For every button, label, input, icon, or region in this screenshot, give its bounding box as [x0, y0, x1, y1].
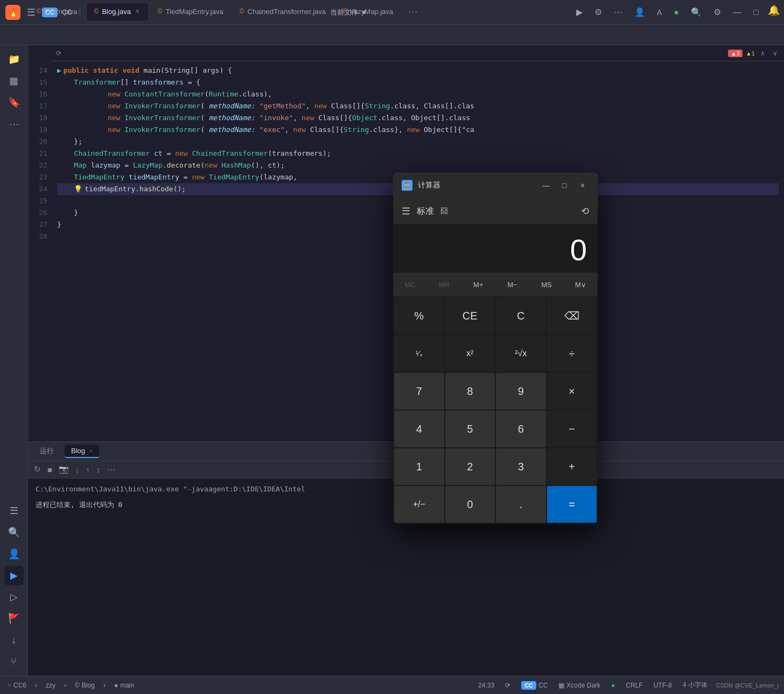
sidebar-run-icon[interactable]: ▶: [4, 566, 24, 585]
scroll-down-icon[interactable]: ↓: [74, 463, 81, 476]
calc-decimal-button[interactable]: .: [496, 486, 546, 523]
branch-name: CC6: [13, 682, 26, 689]
nav-up-button[interactable]: ∧: [758, 48, 767, 58]
tab-blog-run[interactable]: Blog ×: [65, 445, 99, 458]
scroll-up-icon[interactable]: ↑: [85, 463, 92, 476]
debug-icon[interactable]: ⚙: [591, 5, 605, 19]
calc-minimize-button[interactable]: —: [540, 179, 552, 192]
tab-close-icon[interactable]: ×: [134, 7, 141, 16]
calc-divide-button[interactable]: ÷: [547, 335, 597, 372]
tab-blog-java[interactable]: © Blog.java ×: [86, 2, 149, 20]
code-line-15: Transformer[] transformers = {: [57, 77, 779, 88]
sidebar-more-icon[interactable]: ⋯: [4, 114, 24, 134]
translate-icon[interactable]: A: [654, 6, 665, 19]
calc-ms-button[interactable]: MS: [529, 273, 563, 296]
cc-status-label: CC: [538, 682, 548, 689]
tab-learn-java[interactable]: © Learn.java: [29, 2, 85, 20]
calc-header: ☰ 标准 囧 ⟲: [393, 198, 598, 224]
maximize-button[interactable]: □: [750, 5, 762, 19]
xcode-theme[interactable]: ▦ Xcode Dark: [556, 681, 603, 690]
search-icon[interactable]: 🔍: [688, 5, 705, 19]
sidebar-bookmark-icon[interactable]: 🔖: [4, 93, 24, 112]
calc-negate-button[interactable]: +/−: [394, 486, 444, 523]
calc-mminus-button[interactable]: M−: [495, 273, 529, 296]
sidebar-flag-icon[interactable]: 🚩: [4, 609, 24, 628]
calc-equals-button[interactable]: =: [547, 486, 597, 523]
warning-count-badge: ▲1: [746, 50, 755, 57]
breadcrumb-main[interactable]: ● main: [112, 681, 136, 690]
tab-label: Blog.java: [102, 8, 130, 16]
sidebar-structure-icon[interactable]: ▦: [4, 71, 24, 91]
refresh-icon[interactable]: ↻: [32, 463, 43, 476]
calc-8-button[interactable]: 8: [445, 373, 495, 410]
sidebar-search-icon[interactable]: 🔍: [4, 523, 24, 542]
connection-dot: ●: [609, 681, 617, 690]
calc-c-button[interactable]: C: [496, 297, 546, 334]
calc-6-button[interactable]: 6: [496, 411, 546, 447]
calc-multiply-button[interactable]: ×: [547, 373, 597, 410]
branch-status[interactable]: ⑂ CC6: [5, 681, 29, 690]
calc-mplus-button[interactable]: M+: [461, 273, 495, 296]
calc-mr-button[interactable]: MR: [427, 273, 461, 296]
calc-percent-button[interactable]: %: [394, 297, 444, 334]
tab-lazymap-java[interactable]: © LazyMap.java: [334, 2, 401, 20]
sidebar-download-icon[interactable]: ↓: [4, 630, 24, 650]
tab-run[interactable]: 运行: [33, 444, 60, 458]
calc-mv-button[interactable]: M∨: [564, 273, 598, 296]
more-options-icon[interactable]: ⋯: [106, 463, 117, 476]
tab-blog-close-icon[interactable]: ×: [89, 448, 93, 454]
settings-icon[interactable]: ⚙: [710, 5, 724, 19]
calc-backspace-button[interactable]: ⌫: [547, 297, 597, 334]
calc-add-button[interactable]: +: [547, 448, 597, 485]
calc-9-button[interactable]: 9: [496, 373, 546, 410]
run-icon[interactable]: ▶: [573, 5, 586, 19]
camera-icon[interactable]: 📷: [57, 463, 71, 476]
calc-square-button[interactable]: x²: [445, 335, 495, 372]
calc-mc-button[interactable]: MC: [393, 273, 427, 296]
tab-chainedtransformer-java[interactable]: © ChainedTransformer.java: [232, 2, 333, 20]
calc-inverse-button[interactable]: ¹⁄ₓ: [394, 335, 444, 372]
sidebar-list-icon[interactable]: ☰: [4, 501, 24, 520]
more-icon[interactable]: ⋯: [611, 5, 626, 19]
calc-close-button[interactable]: ×: [576, 179, 589, 192]
calc-4-button[interactable]: 4: [394, 411, 444, 447]
calc-1-button[interactable]: 1: [394, 448, 444, 485]
run-gutter-icon[interactable]: ▶: [57, 66, 61, 74]
breadcrumb-blog-icon: ©: [75, 682, 80, 689]
calc-history-icon[interactable]: ⟲: [581, 205, 589, 217]
calc-ce-button[interactable]: CE: [445, 297, 495, 334]
calc-maximize-button[interactable]: □: [558, 179, 571, 192]
cc-status[interactable]: CC CC: [519, 680, 550, 691]
sidebar-play2-icon[interactable]: ▷: [4, 587, 24, 607]
sort-icon[interactable]: ↕: [95, 463, 102, 476]
tabs-more-icon[interactable]: ⋯: [404, 5, 422, 17]
calc-subtract-button[interactable]: −: [547, 411, 597, 447]
nav-down-button[interactable]: ∨: [771, 48, 780, 58]
tab-tiedmapentry-java[interactable]: © TiedMapEntry.java: [150, 2, 231, 20]
notification-icon[interactable]: 🔔: [768, 4, 780, 16]
font-size-status[interactable]: 4 小字体: [681, 679, 710, 691]
tab-blog-label: Blog: [71, 447, 85, 455]
minimize-button[interactable]: —: [730, 5, 745, 19]
xcode-label: Xcode Dark: [566, 682, 600, 689]
encoding-status[interactable]: UTF-8: [652, 681, 674, 690]
sync-status[interactable]: ⟳: [503, 681, 513, 690]
bulb-gutter-icon[interactable]: 💡: [74, 185, 82, 193]
calc-5-button[interactable]: 5: [445, 411, 495, 447]
breadcrumb-zzy[interactable]: zzy: [44, 681, 58, 690]
calc-sqrt-button[interactable]: ²√x: [496, 335, 546, 372]
code-line-17: new InvokerTransformer( methodName: "get…: [57, 100, 779, 112]
stop-icon[interactable]: ■: [46, 463, 54, 476]
calc-7-button[interactable]: 7: [394, 373, 444, 410]
sidebar-folder-icon[interactable]: 📁: [4, 50, 24, 69]
user-icon[interactable]: 👤: [631, 5, 648, 19]
sidebar-person-icon[interactable]: 👤: [4, 544, 24, 564]
breadcrumb-blog[interactable]: © Blog: [73, 681, 97, 690]
crlf-status[interactable]: CRLF: [624, 681, 645, 690]
tab-icon: ©: [342, 8, 347, 15]
calc-0-button[interactable]: 0: [445, 486, 495, 523]
calc-hamburger-icon[interactable]: ☰: [402, 205, 410, 217]
calc-2-button[interactable]: 2: [445, 448, 495, 485]
sidebar-git-icon[interactable]: ⑂: [4, 652, 24, 671]
calc-3-button[interactable]: 3: [496, 448, 546, 485]
